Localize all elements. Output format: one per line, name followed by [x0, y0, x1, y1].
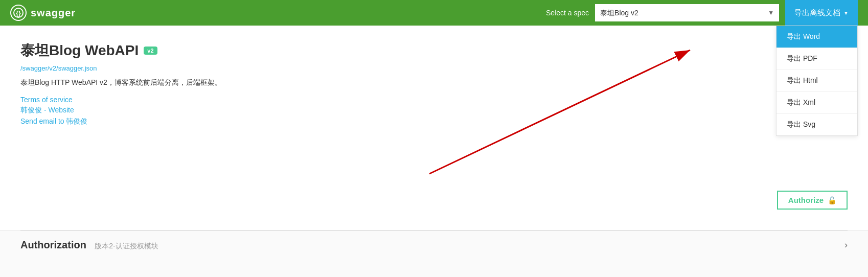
header-right: Select a spec 泰坦Blog v2 ▼ 导出离线文档 ▼ 导出 Wo… — [546, 0, 858, 26]
export-dropdown-menu: 导出 Word 导出 PDF 导出 Html 导出 Xml 导出 Svg — [776, 26, 858, 136]
spec-select[interactable]: 泰坦Blog v2 — [595, 4, 779, 21]
api-title: 泰坦Blog WebAPI — [20, 41, 139, 60]
export-dropdown-arrow-icon: ▼ — [843, 10, 849, 16]
version-badge: v2 — [144, 47, 157, 55]
logo: {} swagger — [10, 5, 76, 21]
export-xml-item[interactable]: 导出 Xml — [776, 92, 857, 114]
export-svg-item[interactable]: 导出 Svg — [776, 114, 857, 135]
authorize-section: Authorize 🔓 — [777, 191, 848, 210]
export-pdf-item[interactable]: 导出 PDF — [776, 48, 857, 70]
header: {} swagger Select a spec 泰坦Blog v2 ▼ 导出离… — [0, 0, 868, 26]
spec-select-wrapper[interactable]: 泰坦Blog v2 ▼ — [595, 4, 779, 21]
export-offline-label: 导出离线文档 — [794, 8, 840, 18]
authorize-button[interactable]: Authorize 🔓 — [777, 191, 848, 210]
authorize-label: Authorize — [788, 196, 824, 204]
svg-text:{}: {} — [16, 10, 21, 17]
api-path[interactable]: /swagger/v2/swagger.json — [20, 64, 848, 72]
api-description: 泰坦Blog HTTP WebAPI v2，博客系统前后端分离，后端框架。 — [20, 78, 848, 87]
export-html-item[interactable]: 导出 Html — [776, 70, 857, 92]
export-offline-button[interactable]: 导出离线文档 ▼ — [785, 0, 858, 26]
swagger-logo-icon: {} — [10, 5, 27, 21]
chevron-right-icon[interactable]: › — [844, 240, 848, 250]
email-link[interactable]: Send email to 韩俊俊 — [20, 117, 848, 126]
swagger-logo-text: swagger — [31, 7, 76, 19]
export-word-item[interactable]: 导出 Word — [776, 26, 857, 48]
select-spec-label: Select a spec — [546, 9, 589, 17]
authorization-title-row: Authorization 版本2-认证授权模块 — [20, 239, 158, 251]
lock-icon: 🔓 — [828, 196, 836, 204]
authorization-section: Authorization 版本2-认证授权模块 › — [0, 230, 868, 259]
authorization-subtitle: 版本2-认证授权模块 — [95, 242, 158, 250]
terms-of-service-link[interactable]: Terms of service — [20, 96, 848, 104]
authorization-title: Authorization — [20, 239, 86, 250]
api-title-row: 泰坦Blog WebAPI v2 — [20, 41, 848, 60]
main-content: 泰坦Blog WebAPI v2 /swagger/v2/swagger.jso… — [0, 26, 868, 230]
website-link[interactable]: 韩俊俊 - Website — [20, 106, 848, 115]
